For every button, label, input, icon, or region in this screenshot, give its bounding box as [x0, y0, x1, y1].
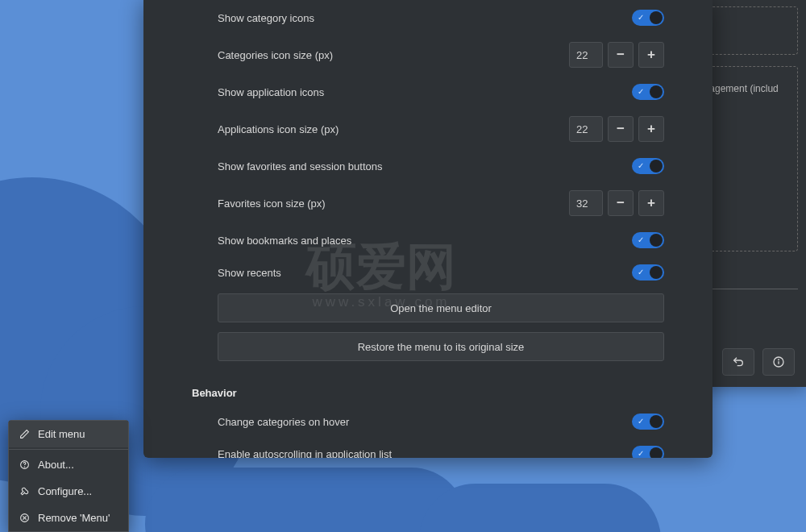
spin-minus-button[interactable]: − [608, 116, 634, 142]
toggle-show-recents[interactable]: ✓ [632, 264, 664, 281]
spin-favorites-icon-size: 32 − + [569, 190, 664, 216]
spin-plus-button[interactable]: + [638, 190, 664, 216]
row-enable-autoscrolling: Enable autoscrolling in application list… [143, 438, 713, 458]
label: Show recents [218, 267, 281, 279]
spin-plus-button[interactable]: + [638, 116, 664, 142]
label: Show bookmarks and places [218, 235, 351, 247]
open-menu-editor-button[interactable]: Open the menu editor [218, 293, 664, 322]
svg-point-2 [779, 360, 779, 360]
toggle-enable-autoscrolling[interactable]: ✓ [632, 446, 664, 458]
panel-context-menu: Edit menu About... Configure... Remove '… [8, 420, 129, 532]
spin-plus-button[interactable]: + [638, 42, 664, 68]
ctx-edit-menu[interactable]: Edit menu [9, 421, 128, 447]
section-behavior-title: Behavior [143, 366, 713, 405]
spin-value[interactable]: 32 [569, 190, 603, 216]
ctx-label: Edit menu [38, 428, 85, 440]
ctx-label: Remove 'Menu' [38, 512, 110, 524]
spin-minus-button[interactable]: − [608, 190, 634, 216]
label: Enable autoscrolling in application list [218, 448, 392, 459]
toggle-change-categories-hover[interactable]: ✓ [632, 414, 664, 430]
label: Change categories on hover [218, 416, 349, 428]
spin-categories-icon-size: 22 − + [569, 42, 664, 68]
ctx-label: Configure... [38, 485, 92, 497]
ctx-label: About... [38, 459, 74, 471]
row-show-recents: Show recents ✓ [143, 256, 713, 289]
row-show-application-icons: Show application icons ✓ [143, 76, 713, 108]
svg-point-4 [24, 467, 25, 468]
label: Applications icon size (px) [218, 123, 339, 135]
ctx-about[interactable]: About... [9, 451, 128, 478]
remove-icon [19, 513, 30, 523]
spin-value[interactable]: 22 [569, 42, 603, 68]
ctx-remove-menu[interactable]: Remove 'Menu' [9, 505, 128, 531]
row-favorites-icon-size: Favorites icon size (px) 32 − + [143, 182, 713, 224]
label: Show category icons [218, 12, 314, 24]
button-label: Open the menu editor [390, 302, 492, 314]
menu-settings-window: Show category icons ✓ Categories icon si… [143, 0, 713, 458]
button-label: Restore the menu to its original size [358, 341, 525, 353]
spin-value[interactable]: 22 [569, 116, 603, 142]
toggle-show-favorites-session[interactable]: ✓ [632, 158, 664, 174]
toggle-show-bookmarks-places[interactable]: ✓ [632, 232, 664, 248]
toggle-show-application-icons[interactable]: ✓ [632, 84, 664, 100]
toggle-show-category-icons[interactable]: ✓ [632, 10, 664, 26]
ctx-configure[interactable]: Configure... [9, 478, 128, 505]
info-button[interactable] [762, 348, 795, 376]
wrench-icon [19, 486, 30, 497]
row-show-bookmarks-places: Show bookmarks and places ✓ [143, 224, 713, 256]
row-categories-icon-size: Categories icon size (px) 22 − + [143, 34, 713, 76]
row-show-favorites-session: Show favorites and session buttons ✓ [143, 150, 713, 182]
spin-applications-icon-size: 22 − + [569, 116, 664, 142]
spin-minus-button[interactable]: − [608, 42, 634, 68]
label: Categories icon size (px) [218, 49, 333, 61]
row-change-categories-hover: Change categories on hover ✓ [143, 405, 713, 438]
row-show-category-icons: Show category icons ✓ [143, 2, 713, 34]
label: Show favorites and session buttons [218, 160, 383, 172]
help-icon [19, 459, 30, 470]
label: Show application icons [218, 86, 324, 98]
row-applications-icon-size: Applications icon size (px) 22 − + [143, 108, 713, 150]
pencil-icon [19, 429, 30, 439]
undo-button[interactable] [722, 348, 754, 376]
restore-menu-size-button[interactable]: Restore the menu to its original size [218, 332, 664, 361]
label: Favorites icon size (px) [218, 197, 326, 210]
